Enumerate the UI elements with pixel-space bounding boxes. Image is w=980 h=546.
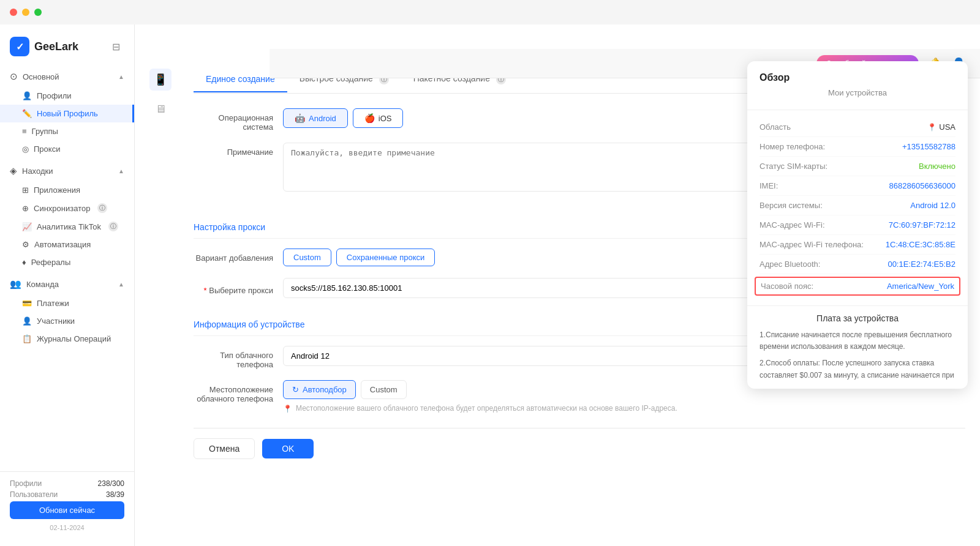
overview-row-mac-wifi-phone: MAC-адрес Wi-Fi телефона: 1C:48:CE:3C:85… bbox=[760, 235, 956, 255]
form-footer: Отмена OK bbox=[194, 428, 965, 469]
members-icon: 👤 bbox=[22, 316, 32, 326]
android-button[interactable]: 🤖 Android bbox=[283, 108, 348, 128]
refresh-icon: ↻ bbox=[292, 385, 299, 394]
update-now-button[interactable]: Обнови сейчас bbox=[10, 501, 124, 519]
apple-icon: 🍎 bbox=[364, 113, 375, 123]
sidebar-group-nahodki: ◈ Находки ▲ ⊞ Приложения ⊕ Синхронизатор… bbox=[0, 160, 134, 271]
proxy-saved-button[interactable]: Сохраненные прокси bbox=[336, 249, 435, 266]
phone-device-button[interactable]: 📱 bbox=[149, 69, 172, 91]
custom-location-button[interactable]: Custom bbox=[361, 380, 407, 399]
sidebar-toggle-button[interactable]: ⊟ bbox=[107, 38, 124, 55]
mac-wifi-label: MAC-адрес Wi-Fi: bbox=[760, 220, 825, 230]
timezone-value: America/New_York bbox=[887, 282, 954, 291]
sidebar-item-new-profile[interactable]: ✏️ Новый Профиль bbox=[0, 105, 134, 122]
os-version-label: Версия системы: bbox=[760, 201, 823, 210]
findings-icon: ◈ bbox=[10, 165, 17, 176]
sidebar-item-payments[interactable]: 💳 Платежи bbox=[0, 294, 134, 312]
note-label: Примечание bbox=[194, 143, 273, 157]
logo-icon: ✓ bbox=[10, 37, 29, 56]
os-label: Операционная система bbox=[194, 108, 273, 132]
ios-button[interactable]: 🍎 iOS bbox=[353, 108, 404, 128]
overview-body: Область 📍 USA Номер телефона: +135155827… bbox=[747, 110, 968, 305]
auto-location-button[interactable]: ↻ Автоподбор bbox=[283, 380, 356, 399]
overview-header: Обзор Мои устройства bbox=[747, 61, 968, 110]
proxy-input[interactable] bbox=[283, 278, 766, 298]
maximize-button[interactable] bbox=[34, 9, 42, 16]
overview-row-imei: IMEI: 868286056636000 bbox=[760, 176, 956, 196]
minimize-button[interactable] bbox=[22, 9, 29, 16]
sidebar-group-header-nahodki[interactable]: ◈ Находки ▲ bbox=[0, 160, 134, 181]
sidebar-item-apps[interactable]: ⊞ Приложения bbox=[0, 181, 134, 199]
sidebar-item-members[interactable]: 👤 Участники bbox=[0, 312, 134, 330]
sidebar-header: ✓ GeeLark ⊟ bbox=[0, 32, 134, 66]
sidebar-item-proxy[interactable]: ◎ Прокси bbox=[0, 140, 134, 158]
cancel-button[interactable]: Отмена bbox=[194, 438, 255, 459]
overview-row-os: Версия системы: Android 12.0 bbox=[760, 196, 956, 215]
sidebar-item-referrals[interactable]: ♦ Рефералы bbox=[0, 253, 134, 271]
bluetooth-value: 00:1E:E2:74:E5:B2 bbox=[888, 260, 956, 269]
sidebar-group-komanda: 👥 Команда ▲ 💳 Платежи 👤 Участники 📋 Журн… bbox=[0, 274, 134, 348]
device-type-sidebar: 📱 🖥 bbox=[149, 66, 179, 534]
sidebar-footer: Профили 238/300 Пользователи 38/39 Обнов… bbox=[0, 471, 134, 539]
overview-row-timezone: Часовой пояс: America/New_York bbox=[755, 277, 960, 296]
proxy-input-row: ⇄ ▼ bbox=[283, 278, 813, 298]
sidebar-item-analytics[interactable]: 📈 Аналитика TikTok ⓘ bbox=[0, 217, 134, 236]
sidebar-item-automation[interactable]: ⚙ Автоматизация bbox=[0, 236, 134, 253]
location-label: Местоположение облачного телефона bbox=[194, 380, 273, 403]
overview-title: Обзор bbox=[760, 72, 956, 83]
proxy-custom-button[interactable]: Custom bbox=[283, 249, 331, 266]
close-button[interactable] bbox=[10, 9, 17, 16]
footer-date: 02-11-2024 bbox=[10, 524, 124, 531]
proxy-variant-label: Вариант добавления bbox=[194, 249, 273, 263]
sidebar-item-profiles[interactable]: 👤 Профили bbox=[0, 87, 134, 105]
sidebar-group-header-osnovnoy[interactable]: ⊙ Основной ▲ bbox=[0, 66, 134, 87]
sync-icon: ⊕ bbox=[22, 204, 29, 213]
mac-wifi-value: 7C:60:97:BF:72:12 bbox=[889, 220, 956, 230]
proxy-icon: ◎ bbox=[22, 144, 29, 154]
overview-row-mac-wifi: MAC-адрес Wi-Fi: 7C:60:97:BF:72:12 bbox=[760, 215, 956, 235]
location-hint: 📍 Местоположение вашего облачного телефо… bbox=[283, 404, 965, 413]
overview-row-region: Область 📍 USA bbox=[760, 118, 956, 137]
automation-icon: ⚙ bbox=[22, 240, 29, 249]
titlebar bbox=[0, 0, 980, 24]
mac-wifi-phone-value: 1C:48:CE:3C:85:8E bbox=[886, 240, 956, 249]
list-icon: ≡ bbox=[22, 127, 27, 136]
ok-button[interactable]: OK bbox=[262, 439, 314, 458]
overview-row-sim: Статус SIM-карты: Включено bbox=[760, 157, 956, 176]
payment-text1: 1.Списание начинается после превышения б… bbox=[760, 329, 956, 353]
overview-row-bluetooth: Адрес Bluetooth: 00:1E:E2:74:E5:B2 bbox=[760, 255, 956, 274]
payments-icon: 💳 bbox=[22, 299, 32, 308]
desktop-device-button[interactable]: 🖥 bbox=[149, 98, 172, 120]
imei-label: IMEI: bbox=[760, 181, 778, 190]
phone-label: Номер телефона: bbox=[760, 142, 825, 151]
overview-row-phone: Номер телефона: +13515582788 bbox=[760, 137, 956, 157]
overview-panel: Обзор Мои устройства Область 📍 USA Номер… bbox=[747, 61, 968, 389]
phone-value: +13515582788 bbox=[902, 142, 956, 151]
proxy-select-label: Выберите прокси bbox=[194, 281, 273, 295]
device-type-label: Тип облачного телефона bbox=[194, 346, 273, 369]
region-value: 📍 USA bbox=[927, 122, 956, 132]
os-version-value: Android 12.0 bbox=[910, 201, 956, 210]
proxy-section-title: Настройка прокси bbox=[194, 222, 265, 232]
home-icon: ⊙ bbox=[10, 71, 18, 82]
edit-icon: ✏️ bbox=[22, 109, 32, 118]
apps-icon: ⊞ bbox=[22, 185, 29, 195]
sim-value: Включено bbox=[919, 162, 956, 171]
android-icon: 🤖 bbox=[295, 113, 305, 123]
sidebar-item-sync[interactable]: ⊕ Синхронизатор ⓘ bbox=[0, 199, 134, 217]
location-region-icon: 📍 bbox=[927, 123, 937, 132]
referrals-icon: ♦ bbox=[22, 258, 26, 267]
sidebar-item-groups[interactable]: ≡ Группы bbox=[0, 122, 134, 140]
chevron-icon: ▲ bbox=[118, 168, 124, 174]
sidebar: ✓ GeeLark ⊟ ⊙ Основной ▲ 👤 Профили ✏️ Но… bbox=[0, 24, 135, 546]
location-pin-icon: 📍 bbox=[283, 405, 292, 413]
bluetooth-label: Адрес Bluetooth: bbox=[760, 260, 820, 269]
device-section-title: Информация об устройстве bbox=[194, 320, 304, 329]
user-icon: 👤 bbox=[22, 91, 32, 100]
analytics-badge: ⓘ bbox=[108, 222, 118, 231]
sidebar-item-logs[interactable]: 📋 Журналы Операций bbox=[0, 330, 134, 348]
timezone-label: Часовой пояс: bbox=[761, 282, 813, 291]
payment-section-title: Плата за устройства bbox=[760, 313, 956, 323]
region-label: Область bbox=[760, 122, 791, 132]
sidebar-group-header-komanda[interactable]: 👥 Команда ▲ bbox=[0, 274, 134, 294]
